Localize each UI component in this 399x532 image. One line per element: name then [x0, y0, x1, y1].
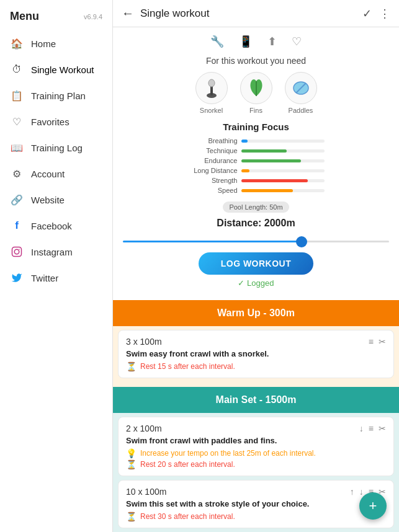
- focus-strength-bar: [241, 179, 325, 182]
- more-menu-button[interactable]: ⋮: [379, 7, 390, 20]
- log-workout-button[interactable]: LOG WORKOUT: [199, 252, 314, 275]
- focus-endurance-bar: [241, 159, 325, 162]
- focus-speed-label: Speed: [188, 187, 238, 194]
- sidebar-label-training-plan: Training Plan: [31, 91, 86, 101]
- topbar: ← Single workout ✓ ⋮: [113, 0, 399, 27]
- distance-slider[interactable]: [123, 241, 389, 242]
- sidebar-item-twitter[interactable]: Twitter: [0, 265, 112, 291]
- app-version: v6.9.4: [84, 13, 102, 20]
- book-icon: 📖: [10, 141, 24, 154]
- card-1-header: 2 x 100m ↓ ≡ ✂: [126, 423, 386, 433]
- fins-label: Fins: [249, 107, 262, 114]
- check-button[interactable]: ✓: [362, 7, 372, 20]
- focus-breathing-bar: [241, 140, 325, 143]
- focus-long-distance-label: Long Distance: [188, 167, 238, 174]
- snorkel-label: Snorkel: [200, 107, 223, 114]
- reorder-icon[interactable]: ≡: [369, 337, 374, 347]
- card-1-rest: ⏳ Rest 20 s after each interval.: [126, 460, 386, 469]
- move-down-icon[interactable]: ↓: [359, 423, 364, 433]
- lightbulb-icon: 💡: [126, 448, 137, 458]
- focus-long-distance-bar: [241, 169, 325, 172]
- main-set-section: Main Set - 1500m 2 x 100m ↓ ≡ ✂ Swim fro…: [113, 387, 399, 532]
- focus-strength-label: Strength: [188, 177, 238, 184]
- training-focus: Training Focus Breathing Technique: [123, 122, 389, 194]
- card-1-icons: ↓ ≡ ✂: [359, 423, 386, 433]
- focus-technique: Technique: [188, 147, 325, 154]
- phone-icon[interactable]: 📱: [239, 35, 253, 48]
- focus-technique-label: Technique: [188, 147, 238, 154]
- training-focus-title: Training Focus: [123, 122, 389, 132]
- sidebar-item-website[interactable]: 🔗 Website: [0, 187, 112, 213]
- card-reps: 3 x 100m: [126, 337, 162, 347]
- fins-icon: [240, 72, 272, 104]
- share-icon[interactable]: ⬆: [267, 35, 277, 48]
- fab-button[interactable]: +: [359, 492, 387, 520]
- edit-icon[interactable]: ✂: [379, 423, 386, 433]
- card-2-description: Swim this set with a stroke style of you…: [126, 499, 386, 508]
- page-title: Single workout: [140, 7, 356, 20]
- main-set-card-1: 2 x 100m ↓ ≡ ✂ Swim front crawl with pad…: [118, 417, 394, 476]
- card-action-icons: ≡ ✂: [369, 337, 386, 347]
- gear-icon: ⚙: [10, 167, 24, 180]
- equipment-title: For this workout you need: [123, 56, 389, 66]
- focus-speed: Speed: [188, 187, 325, 194]
- favorite-icon[interactable]: ♡: [292, 35, 302, 48]
- sidebar-header: Menu v6.9.4: [0, 5, 112, 30]
- sidebar-label-instagram: Instagram: [31, 247, 73, 257]
- back-button[interactable]: ←: [122, 6, 134, 20]
- edit-icon[interactable]: ✂: [379, 337, 386, 347]
- facebook-icon: f: [10, 219, 24, 233]
- card-note-rest: ⏳ Rest 15 s after each interval.: [126, 362, 386, 371]
- focus-breathing-label: Breathing: [188, 137, 238, 144]
- card-header: 3 x 100m ≡ ✂: [126, 337, 386, 347]
- svg-point-5: [208, 79, 215, 87]
- sidebar-label-single-workout: Single Workout: [31, 64, 94, 75]
- pool-length-section: Pool Length: 50m: [123, 202, 389, 213]
- main-content: ← Single workout ✓ ⋮ 🔧 📱 ⬆ ♡ For this wo…: [113, 0, 399, 532]
- sidebar-item-training-log[interactable]: 📖 Training Log: [0, 135, 112, 161]
- focus-endurance: Endurance: [188, 157, 325, 164]
- pool-length-badge: Pool Length: 50m: [223, 202, 289, 213]
- heart-icon: ♡: [10, 115, 24, 128]
- move-up-icon[interactable]: ↑: [350, 487, 354, 497]
- svg-point-2: [19, 249, 20, 250]
- home-icon: 🏠: [10, 37, 24, 50]
- instagram-icon: [10, 245, 24, 259]
- main-set-card-2: 10 x 100m ↑ ↓ ≡ ✂ Swim this set with a s…: [118, 480, 394, 528]
- settings-icon[interactable]: 🔧: [210, 35, 224, 48]
- logged-status: Logged: [123, 278, 389, 288]
- sidebar-item-instagram[interactable]: Instagram: [0, 239, 112, 265]
- tip-text: Increase your tempo on the last 25m of e…: [140, 449, 316, 458]
- sidebar-item-training-plan[interactable]: 📋 Training Plan: [0, 82, 112, 109]
- sidebar-item-single-workout[interactable]: ⏱ Single Workout: [0, 56, 112, 82]
- reorder-icon[interactable]: ≡: [369, 423, 374, 433]
- content-scroll[interactable]: 🔧 📱 ⬆ ♡ For this workout you need: [113, 27, 399, 532]
- card-1-tip: 💡 Increase your tempo on the last 25m of…: [126, 449, 386, 458]
- sidebar-item-favorites[interactable]: ♡ Favorites: [0, 109, 112, 135]
- sidebar-label-website: Website: [31, 195, 65, 205]
- sidebar-label-home: Home: [31, 38, 56, 49]
- focus-strength: Strength: [188, 177, 325, 184]
- move-down-icon[interactable]: ↓: [359, 487, 364, 497]
- equipment-items: Snorkel Fins: [123, 72, 389, 114]
- hourglass-icon: ⏳: [126, 512, 137, 521]
- focus-endurance-label: Endurance: [188, 157, 238, 164]
- card-2-header: 10 x 100m ↑ ↓ ≡ ✂: [126, 487, 386, 497]
- warm-up-card-1: 3 x 100m ≡ ✂ Swim easy front crawl with …: [118, 330, 394, 378]
- stopwatch-icon: ⏱: [10, 63, 24, 76]
- sidebar-item-home[interactable]: 🏠 Home: [0, 30, 112, 56]
- sidebar-title: Menu: [10, 10, 39, 23]
- twitter-icon: [10, 271, 24, 285]
- hourglass-icon: ⏳: [126, 459, 137, 469]
- focus-breathing: Breathing: [188, 137, 325, 144]
- equipment-section: For this workout you need Snorkel: [123, 56, 389, 114]
- sidebar-item-account[interactable]: ⚙ Account: [0, 161, 112, 187]
- rest-text: Rest 15 s after each interval.: [140, 362, 235, 371]
- equipment-fins: Fins: [240, 72, 272, 114]
- svg-rect-0: [12, 247, 22, 257]
- sidebar-item-facebook[interactable]: f Facebook: [0, 213, 112, 239]
- focus-speed-bar: [241, 189, 325, 192]
- focus-long-distance: Long Distance: [188, 167, 325, 174]
- sidebar-label-account: Account: [31, 169, 65, 179]
- warm-up-header: Warm Up - 300m: [113, 300, 399, 326]
